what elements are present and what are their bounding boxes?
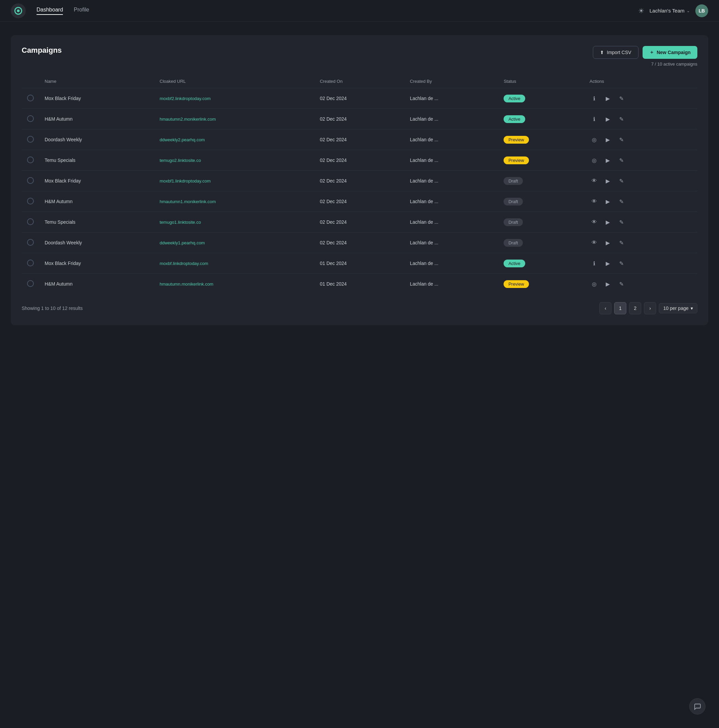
row-url[interactable]: hmautumn2.monikerlink.com [154, 109, 314, 130]
edit-icon[interactable]: ✎ [616, 114, 626, 124]
new-campaign-button[interactable]: ＋ New Campaign [642, 46, 698, 59]
edit-icon[interactable]: ✎ [616, 93, 626, 103]
row-url-link[interactable]: hmautumn.monikerlink.com [159, 281, 213, 287]
row-actions: ◎▶✎ [584, 130, 698, 150]
chat-bubble-button[interactable] [689, 698, 705, 714]
status-badge: Preview [504, 280, 529, 288]
play-icon[interactable]: ▶ [603, 279, 612, 289]
row-created-by: Lachlan de ... [405, 212, 498, 232]
eye-icon[interactable]: 👁 [589, 238, 599, 248]
team-selector[interactable]: Lachlan's Team ⌄ [650, 8, 690, 14]
theme-toggle-icon[interactable]: ☀ [638, 7, 644, 15]
eye-icon[interactable]: 👁 [589, 197, 599, 206]
row-url[interactable]: hmautumn1.monikerlink.com [154, 191, 314, 212]
row-url-link[interactable]: hmautumn1.monikerlink.com [159, 199, 216, 204]
row-url-link[interactable]: moxbf1.linkdroptoday.com [159, 179, 211, 184]
play-icon[interactable]: ▶ [603, 217, 612, 227]
row-url-link[interactable]: temugo1.linktosite.co [159, 220, 201, 225]
play-icon[interactable]: ▶ [603, 197, 612, 206]
row-url[interactable]: temugo2.linktosite.co [154, 150, 314, 171]
edit-icon[interactable]: ✎ [616, 258, 626, 268]
info-icon[interactable]: ℹ [589, 114, 599, 124]
nav-profile[interactable]: Profile [74, 7, 89, 15]
row-checkbox-cell [21, 171, 39, 191]
play-icon[interactable]: ▶ [603, 93, 612, 103]
row-actions: ℹ▶✎ [584, 109, 698, 130]
play-icon[interactable]: ▶ [603, 238, 612, 248]
row-2-checkbox[interactable] [27, 136, 34, 143]
import-csv-button[interactable]: ⬆ Import CSV [593, 46, 638, 59]
row-created-on: 02 Dec 2024 [314, 130, 405, 150]
row-url-link[interactable]: temugo2.linktosite.co [159, 158, 201, 163]
row-6-checkbox[interactable] [27, 218, 34, 225]
row-url-link[interactable]: ddweekly2.pearhq.com [159, 137, 205, 142]
row-url[interactable]: ddweekly1.pearhq.com [154, 232, 314, 253]
team-chevron-icon: ⌄ [687, 8, 690, 13]
row-checkbox-cell [21, 212, 39, 232]
prev-page-button[interactable]: ‹ [599, 302, 612, 314]
row-9-checkbox[interactable] [27, 280, 34, 287]
edit-icon[interactable]: ✎ [616, 176, 626, 185]
table-row: Mox Black Fridaymoxbf.linkdroptoday.com0… [21, 253, 698, 274]
row-url-link[interactable]: moxbf.linkdroptoday.com [159, 261, 208, 266]
row-5-checkbox[interactable] [27, 198, 34, 205]
play-icon[interactable]: ▶ [603, 176, 612, 185]
status-badge: Draft [504, 177, 523, 185]
row-created-by: Lachlan de ... [405, 274, 498, 294]
row-4-checkbox[interactable] [27, 177, 34, 184]
edit-icon[interactable]: ✎ [616, 135, 626, 144]
edit-icon[interactable]: ✎ [616, 197, 626, 206]
row-url[interactable]: moxbf.linkdroptoday.com [154, 253, 314, 274]
row-url-link[interactable]: moxbf2.linkdroptoday.com [159, 96, 211, 101]
edit-icon[interactable]: ✎ [616, 156, 626, 165]
logo[interactable] [11, 3, 26, 18]
row-url-link[interactable]: hmautumn2.monikerlink.com [159, 116, 216, 122]
info-icon[interactable]: ℹ [589, 93, 599, 103]
row-1-checkbox[interactable] [27, 115, 34, 122]
view-icon[interactable]: ◎ [589, 156, 599, 165]
row-checkbox-cell [21, 150, 39, 171]
card-header: Campaigns ⬆ Import CSV ＋ New Campaign 7 … [21, 46, 698, 67]
info-icon[interactable]: ℹ [589, 258, 599, 268]
page-2-button[interactable]: 2 [629, 302, 641, 314]
play-icon[interactable]: ▶ [603, 258, 612, 268]
play-icon[interactable]: ▶ [603, 135, 612, 144]
row-3-checkbox[interactable] [27, 156, 34, 163]
row-8-checkbox[interactable] [27, 260, 34, 266]
campaigns-card: Campaigns ⬆ Import CSV ＋ New Campaign 7 … [11, 35, 708, 325]
actions-cell: ℹ▶✎ [589, 258, 692, 268]
per-page-selector[interactable]: 10 per page ▾ [659, 303, 698, 313]
plus-icon: ＋ [649, 49, 654, 55]
edit-icon[interactable]: ✎ [616, 217, 626, 227]
row-name: H&M Autumn [39, 109, 154, 130]
eye-icon[interactable]: 👁 [589, 176, 599, 185]
active-campaigns-count: 7 / 10 active campaigns [651, 61, 698, 67]
play-icon[interactable]: ▶ [603, 156, 612, 165]
col-created-by: Created By [405, 75, 498, 88]
avatar[interactable]: LB [695, 5, 708, 17]
row-created-by: Lachlan de ... [405, 191, 498, 212]
row-created-by: Lachlan de ... [405, 130, 498, 150]
row-url[interactable]: hmautumn.monikerlink.com [154, 274, 314, 294]
row-url-link[interactable]: ddweekly1.pearhq.com [159, 240, 205, 245]
row-checkbox-cell [21, 130, 39, 150]
play-icon[interactable]: ▶ [603, 114, 612, 124]
navbar: Dashboard Profile ☀ Lachlan's Team ⌄ LB [0, 0, 719, 21]
row-url[interactable]: ddweekly2.pearhq.com [154, 130, 314, 150]
eye-icon[interactable]: 👁 [589, 217, 599, 227]
view-icon[interactable]: ◎ [589, 135, 599, 144]
row-status: Active [498, 253, 584, 274]
edit-icon[interactable]: ✎ [616, 279, 626, 289]
header-actions: ⬆ Import CSV ＋ New Campaign 7 / 10 activ… [593, 46, 698, 67]
nav-dashboard[interactable]: Dashboard [37, 7, 63, 15]
edit-icon[interactable]: ✎ [616, 238, 626, 248]
row-status: Draft [498, 212, 584, 232]
next-page-button[interactable]: › [644, 302, 656, 314]
page-1-button[interactable]: 1 [614, 302, 626, 314]
row-0-checkbox[interactable] [27, 95, 34, 101]
view-icon[interactable]: ◎ [589, 279, 599, 289]
row-7-checkbox[interactable] [27, 239, 34, 246]
row-url[interactable]: temugo1.linktosite.co [154, 212, 314, 232]
row-url[interactable]: moxbf2.linkdroptoday.com [154, 88, 314, 109]
row-url[interactable]: moxbf1.linkdroptoday.com [154, 171, 314, 191]
